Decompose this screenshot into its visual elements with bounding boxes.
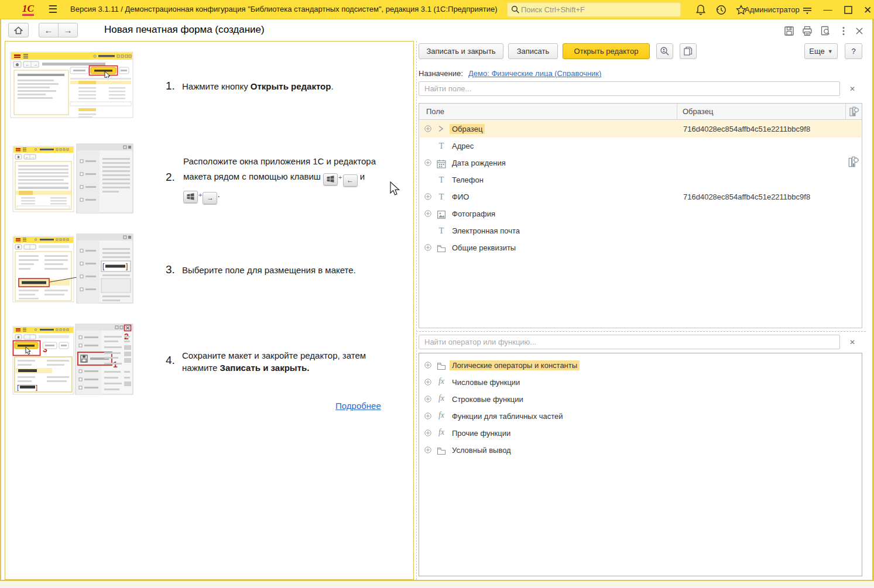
svg-text:]: ] <box>36 384 37 391</box>
fields-table-header[interactable]: Поле Образец <box>419 104 862 120</box>
table-row-telefon[interactable]: Т Телефон <box>420 171 861 188</box>
date-type-icon <box>437 159 446 169</box>
row-label: Образец <box>450 124 485 134</box>
table-row-data-rozhdeniya[interactable]: Дата рождения <box>420 154 861 171</box>
tree-item-string-functions[interactable]: fx Строковые функции <box>420 391 861 408</box>
open-editor-button[interactable]: Открыть редактор <box>563 43 650 59</box>
function-icon: fx <box>437 394 446 404</box>
table-row-obrazec[interactable]: Образец 716d4028ec854affb4c51e2211bbc9f8 <box>420 121 861 137</box>
home-button[interactable] <box>8 23 29 37</box>
forward-button[interactable]: → <box>59 23 77 37</box>
row-label: Телефон <box>450 175 486 185</box>
close-form-icon[interactable] <box>854 25 865 37</box>
row-sample-value: 716d4028ec854affb4c51e2211bbc9f8 <box>683 192 810 201</box>
main-menu-icon[interactable]: ☰ <box>48 4 60 15</box>
step1-thumbnail: ←→ <box>9 50 134 120</box>
more-details-link[interactable]: Подробнее <box>335 401 381 411</box>
find-references-button[interactable] <box>656 43 673 59</box>
text-type-icon: Т <box>437 140 446 151</box>
column-settings-icon[interactable] <box>848 106 860 118</box>
field-search-box[interactable] <box>419 81 840 96</box>
tree-item-other-functions[interactable]: fx Прочие функции <box>420 425 861 442</box>
minimize-button[interactable]: — <box>822 4 834 15</box>
function-icon: fx <box>437 411 446 421</box>
expand-icon[interactable] <box>424 159 431 166</box>
expand-icon[interactable] <box>424 396 431 403</box>
expand-icon[interactable] <box>424 362 431 369</box>
panel-settings-icon[interactable] <box>801 4 814 16</box>
tree-item-conditional-output[interactable]: Условный вывод <box>420 442 861 459</box>
function-search-box[interactable] <box>419 335 840 349</box>
nav-history-group: ← → <box>39 23 78 37</box>
tree-item-logical-operators[interactable]: Логические операторы и константы <box>420 357 861 374</box>
copy-button[interactable] <box>680 43 697 59</box>
print-preview-icon[interactable] <box>820 25 831 37</box>
column-divider[interactable] <box>677 104 677 119</box>
purpose-link[interactable]: Демо: Физические лица (Справочник) <box>468 69 601 78</box>
expand-icon[interactable] <box>424 125 431 132</box>
step2-line2: макета рядом с помощью клавиш <box>183 171 321 181</box>
global-search-input[interactable] <box>520 5 666 15</box>
vertical-splitter[interactable] <box>416 41 417 580</box>
function-search-input[interactable] <box>423 337 835 347</box>
global-search-box[interactable] <box>507 2 681 17</box>
expand-icon[interactable] <box>424 446 431 453</box>
step3-text: Выберите поле для размещения в макете. <box>182 264 410 276</box>
row-settings-icon[interactable] <box>847 156 860 169</box>
column-divider[interactable] <box>845 104 846 119</box>
more-dots-icon[interactable] <box>838 25 849 37</box>
right-arrow-key-icon: → <box>203 192 217 204</box>
help-button[interactable]: ? <box>845 43 862 59</box>
chevron-right-icon[interactable] <box>438 125 444 132</box>
expand-icon[interactable] <box>424 244 431 251</box>
table-row-obshchie-rekvizity[interactable]: Общие реквизиты <box>420 239 861 256</box>
table-row-fio[interactable]: Т ФИО 716d4028ec854affb4c51e2211bbc9f8 <box>420 188 861 205</box>
step4-number: 4. <box>166 354 175 367</box>
tree-item-tabular-functions[interactable]: fx Функции для табличных частей <box>420 408 861 425</box>
expand-icon[interactable] <box>424 193 431 200</box>
mouse-cursor <box>390 181 400 197</box>
step2-text: Расположите окна приложения 1С и редакто… <box>183 154 412 204</box>
clear-function-search-icon[interactable]: ✕ <box>848 338 856 346</box>
maximize-button[interactable] <box>842 4 855 16</box>
expand-icon[interactable] <box>424 429 431 436</box>
table-row-adres[interactable]: Т Адрес <box>420 137 861 154</box>
save-and-close-button[interactable]: Записать и закрыть <box>419 43 503 59</box>
function-icon: fx <box>437 428 446 438</box>
app-title: Версия 3.1.11 / Демонстрационная конфигу… <box>70 5 498 13</box>
1c-logo: 1С <box>22 3 34 16</box>
user-name[interactable]: Администратор <box>745 5 800 14</box>
text-type-icon: Т <box>437 191 446 202</box>
expand-icon[interactable] <box>424 412 431 419</box>
window-frame-left <box>0 19 1 588</box>
row-sample-value: 716d4028ec854affb4c51e2211bbc9f8 <box>683 125 810 133</box>
row-label: Дата рождения <box>450 158 508 168</box>
more-button[interactable]: Еще▼ <box>804 43 838 59</box>
column-field[interactable]: Поле <box>426 107 444 116</box>
print-icon[interactable] <box>801 25 813 37</box>
win-key-icon <box>323 173 338 185</box>
step2-thumbnail: ←→ <box>9 140 134 214</box>
tree-item-numeric-functions[interactable]: fx Числовые функции <box>420 374 861 391</box>
step3-thumbnail: [] <box>9 232 134 304</box>
fields-table: Поле Образец Образец 716d4028ec854affb4c… <box>419 103 862 328</box>
column-sample[interactable]: Образец <box>683 107 713 116</box>
history-icon[interactable] <box>715 4 728 16</box>
expand-icon[interactable] <box>424 379 431 386</box>
back-button[interactable]: ← <box>39 23 59 37</box>
save-icon[interactable] <box>783 25 795 37</box>
field-search-input[interactable] <box>423 84 835 94</box>
horizontal-splitter[interactable] <box>416 331 866 332</box>
clear-field-search-icon[interactable]: ✕ <box>848 85 856 93</box>
table-row-email[interactable]: Т Электронная почта <box>420 222 861 239</box>
copy-icon <box>683 46 693 56</box>
row-label: Общие реквизиты <box>450 243 518 253</box>
step3-number: 3. <box>166 263 175 276</box>
tree-item-label: Числовые функции <box>450 377 522 387</box>
image-type-icon <box>437 209 446 220</box>
table-row-fotografiya[interactable]: Фотография <box>420 205 861 222</box>
save-button[interactable]: Записать <box>508 43 558 59</box>
close-window-button[interactable]: ✕ <box>862 4 873 15</box>
notifications-bell-icon[interactable] <box>694 4 707 16</box>
expand-icon[interactable] <box>424 210 431 217</box>
